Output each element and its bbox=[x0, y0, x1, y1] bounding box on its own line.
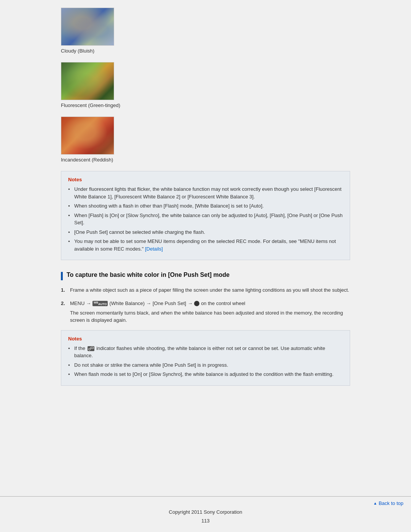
note2-item-1: If the indicator flashes while shooting,… bbox=[68, 345, 343, 359]
content-area: Cloudy (Bluish) Fluorescent (Green-tinge… bbox=[0, 0, 411, 496]
step-number-1: 1. bbox=[61, 286, 70, 294]
note2-item-3: When flash mode is set to [On] or [Slow … bbox=[68, 371, 343, 378]
image-label-incandescent: Incandescent (Reddish) bbox=[61, 157, 113, 163]
image-block-cloudy: Cloudy (Bluish) bbox=[61, 8, 350, 58]
image-block-incandescent: Incandescent (Reddish) bbox=[61, 117, 350, 167]
blue-bar-icon bbox=[61, 272, 63, 280]
image-label-fluorescent: Fluorescent (Green-tinged) bbox=[61, 102, 120, 108]
note-item-2: When shooting with a flash in other than… bbox=[68, 202, 343, 210]
menu-text: MENU bbox=[70, 300, 84, 308]
note-item-4: [One Push Set] cannot be selected while … bbox=[68, 228, 343, 236]
steps-list: 1. Frame a white object such as a piece … bbox=[61, 286, 350, 324]
image-block-fluorescent: Fluorescent (Green-tinged) bbox=[61, 62, 350, 113]
step2-suffix: on the control wheel bbox=[201, 300, 245, 308]
notes-box-2: Notes If the indicator flashes while sho… bbox=[61, 330, 350, 386]
footer: Back to top Copyright 2011 Sony Corporat… bbox=[0, 496, 411, 532]
step-sub-text: The screen momentarily turns black, and … bbox=[70, 309, 350, 324]
note-item-1: Under fluorescent lights that flicker, t… bbox=[68, 185, 343, 200]
notes-list-2: If the indicator flashes while shooting,… bbox=[68, 345, 343, 378]
note-item-5: You may not be able to set some MENU ite… bbox=[68, 238, 343, 252]
step-1: 1. Frame a white object such as a piece … bbox=[61, 286, 350, 294]
notes-box-1: Notes Under fluorescent lights that flic… bbox=[61, 171, 350, 260]
step-text-1: Frame a white object such as a piece of … bbox=[70, 287, 349, 293]
step2-mid2: [One Push Set] bbox=[153, 300, 186, 308]
section-title: To capture the basic white color in [One… bbox=[67, 272, 229, 278]
copyright-text: Copyright 2011 Sony Corporation bbox=[8, 506, 403, 516]
image-cloudy bbox=[61, 8, 114, 46]
notes-title-1: Notes bbox=[68, 177, 343, 182]
footer-bottom: Copyright 2011 Sony Corporation 113 bbox=[8, 506, 403, 528]
note2-item-2: Do not shake or strike the camera while … bbox=[68, 361, 343, 369]
arrow-1: → bbox=[86, 300, 91, 308]
notes-list-1: Under fluorescent lights that flicker, t… bbox=[68, 185, 343, 252]
image-incandescent bbox=[61, 117, 114, 155]
image-fluorescent bbox=[61, 62, 114, 100]
step2-mid: (White Balance) bbox=[109, 300, 144, 308]
image-label-cloudy: Cloudy (Bluish) bbox=[61, 48, 94, 54]
footer-inner: Back to top bbox=[8, 500, 403, 506]
notes-title-2: Notes bbox=[68, 336, 343, 342]
step-content-2: MENU → WBAUTO (White Balance) → [One Pus… bbox=[70, 300, 350, 324]
step-2: 2. MENU → WBAUTO (White Balance) → [One … bbox=[61, 300, 350, 324]
note-item-3: When [Flash] is [On] or [Slow Synchro], … bbox=[68, 212, 343, 227]
page-number: 113 bbox=[8, 516, 403, 528]
menu-sequence: MENU → WBAUTO (White Balance) → [One Pus… bbox=[70, 300, 245, 308]
circle-button-icon bbox=[194, 301, 199, 306]
arrow-3: → bbox=[188, 300, 193, 308]
page-wrapper: Cloudy (Bluish) Fluorescent (Green-tinge… bbox=[0, 0, 411, 532]
section-heading: To capture the basic white color in [One… bbox=[61, 272, 350, 280]
step-content-1: Frame a white object such as a piece of … bbox=[70, 286, 350, 294]
wb-icon: WBAUTO bbox=[92, 301, 108, 306]
arrow-2: → bbox=[146, 300, 151, 308]
step-number-2: 2. bbox=[61, 300, 70, 324]
details-link-1[interactable]: [Details] bbox=[145, 246, 163, 252]
back-to-top-link[interactable]: Back to top bbox=[373, 500, 403, 506]
